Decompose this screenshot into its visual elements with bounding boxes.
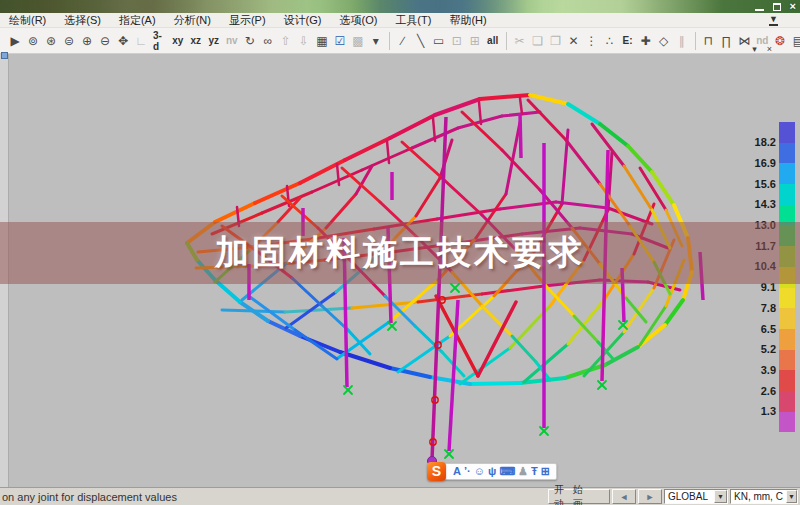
toolbar-separator xyxy=(695,32,696,50)
snap-icon[interactable]: ⊞ xyxy=(467,31,483,51)
paste-icon[interactable]: ❐ xyxy=(548,31,564,51)
toolbar-separator xyxy=(506,32,507,50)
viewport-collapse-icon[interactable]: ▾ xyxy=(752,44,757,54)
next-step-button[interactable]: ► xyxy=(638,489,662,504)
title-bar: × xyxy=(0,0,800,13)
draw-frame-icon[interactable]: ⊓ xyxy=(700,31,716,51)
joint-pattern-icon[interactable]: ∴ xyxy=(602,31,618,51)
overlay-banner: 加固材料施工技术要求 xyxy=(0,222,800,284)
units-select[interactable]: KN, mm, C ▼ xyxy=(730,489,798,504)
move-up-icon[interactable]: ⇧ xyxy=(278,31,294,51)
view-3d-button[interactable]: 3-d xyxy=(151,31,168,51)
stairs-icon[interactable]: ▤ xyxy=(790,31,800,51)
menu-design[interactable]: 设计(G) xyxy=(275,13,331,28)
legend-color-segment xyxy=(779,350,795,371)
child-window-icon xyxy=(1,52,8,59)
legend-value-label: 5.2 xyxy=(742,343,776,355)
input-method-bar: S A’·☺ψ⌨♟Ŧ⊞ xyxy=(427,461,557,482)
views-dropdown-icon[interactable]: ▾ xyxy=(368,31,384,51)
special-joint-icon[interactable]: ❂ xyxy=(772,31,788,51)
punctuation-icon[interactable]: ’· xyxy=(464,464,471,479)
menu-display[interactable]: 显示(P) xyxy=(220,13,275,28)
menu-assign[interactable]: 指定(A) xyxy=(110,13,165,28)
legend-color-segment xyxy=(779,370,795,391)
toolbox-icon[interactable]: ⊞ xyxy=(541,464,550,479)
perspective-icon[interactable]: ∞ xyxy=(260,31,276,51)
emoji-icon[interactable]: ☺ xyxy=(474,464,485,479)
zoom-extents-icon[interactable]: ⊛ xyxy=(43,31,59,51)
menu-options[interactable]: 选项(O) xyxy=(330,13,386,28)
legend-value-label: 18.2 xyxy=(742,136,776,148)
close-button[interactable]: × xyxy=(790,1,796,12)
set-limits-icon[interactable]: ▦ xyxy=(314,31,330,51)
view-xy-button[interactable]: xy xyxy=(170,31,186,51)
zoom-in-icon[interactable]: ⊕ xyxy=(79,31,95,51)
import-arrow-icon[interactable]: ▼ xyxy=(769,15,778,26)
menu-analyze[interactable]: 分析(N) xyxy=(165,13,220,28)
legend-color-segment xyxy=(779,288,795,309)
move-down-icon[interactable]: ⇩ xyxy=(296,31,312,51)
legend-color-segment xyxy=(779,143,795,164)
view-nv-button[interactable]: nv xyxy=(224,31,240,51)
viewport-close-icon[interactable]: × xyxy=(767,44,772,54)
reshape-icon[interactable]: ⊡ xyxy=(449,31,465,51)
legend-color-segment xyxy=(779,308,795,329)
english-toggle-icon[interactable]: A xyxy=(453,464,461,479)
prev-step-button[interactable]: ◄ xyxy=(612,489,636,504)
coord-system-select[interactable]: GLOBAL ▼ xyxy=(664,489,728,504)
legend-color-segment xyxy=(779,329,795,350)
axes-icon[interactable]: ∟ xyxy=(133,31,149,51)
coord-dropdown-icon[interactable]: ▼ xyxy=(714,490,727,503)
sogou-logo-icon[interactable]: S xyxy=(427,462,446,481)
legend-color-segment xyxy=(779,412,795,433)
start-animation-button[interactable]: 开 始 动 画 xyxy=(548,489,610,504)
draw-portal-icon[interactable]: ∏ xyxy=(718,31,734,51)
parallel-icon[interactable]: ∥ xyxy=(674,31,690,51)
menu-select[interactable]: 选择(S) xyxy=(55,13,110,28)
view-yz-button[interactable]: yz xyxy=(206,31,222,51)
area-icon[interactable]: ◇ xyxy=(656,31,672,51)
draw-brace-icon[interactable]: ⋈ xyxy=(736,31,752,51)
status-message: on any joint for displacement values xyxy=(2,491,177,503)
menu-tools[interactable]: 工具(T) xyxy=(386,13,440,28)
menu-draw[interactable]: 绘制(R) xyxy=(0,13,55,28)
account-icon[interactable]: ♟ xyxy=(518,464,528,479)
run-animation-icon[interactable]: ▶ xyxy=(7,31,23,51)
soft-keyboard-icon[interactable]: ⌨ xyxy=(499,464,515,479)
legend-value-label: 14.3 xyxy=(742,198,776,210)
menu-help[interactable]: 帮助(H) xyxy=(440,13,495,28)
legend-value-label: 15.6 xyxy=(742,178,776,190)
skin-icon[interactable]: Ŧ xyxy=(531,464,538,479)
legend-value-label: 2.6 xyxy=(742,385,776,397)
edit-grid-button[interactable]: E: xyxy=(620,31,636,51)
select-window-icon[interactable]: ▭ xyxy=(431,31,447,51)
select-line-icon[interactable]: ╲ xyxy=(413,31,429,51)
maximize-button[interactable] xyxy=(773,3,781,11)
voice-input-icon[interactable]: ψ xyxy=(488,464,496,479)
dimension-lines-icon[interactable]: ⋮ xyxy=(584,31,600,51)
zoom-out-icon[interactable]: ⊖ xyxy=(97,31,113,51)
view-xz-button[interactable]: xz xyxy=(188,31,204,51)
minimize-button[interactable] xyxy=(755,3,764,11)
object-visibility-icon[interactable]: ☑ xyxy=(332,31,348,51)
legend-color-segment xyxy=(779,163,795,184)
select-all-button[interactable]: all xyxy=(485,31,501,51)
display-options-icon[interactable]: ▩ xyxy=(350,31,366,51)
menu-bar: 绘制(R)选择(S)指定(A)分析(N)显示(P)设计(G)选项(O)工具(T)… xyxy=(0,13,800,28)
toolbar-separator xyxy=(389,32,390,50)
select-pointer-icon[interactable]: ∕ xyxy=(395,31,411,51)
legend-value-label: 7.8 xyxy=(742,302,776,314)
units-dropdown-icon[interactable]: ▼ xyxy=(786,490,797,503)
zoom-previous-icon[interactable]: ⊜ xyxy=(61,31,77,51)
application-window: × 绘制(R)选择(S)指定(A)分析(N)显示(P)设计(G)选项(O)工具(… xyxy=(0,0,800,505)
pan-icon[interactable]: ✥ xyxy=(115,31,131,51)
legend-value-label: 6.5 xyxy=(742,323,776,335)
delete-icon[interactable]: ✕ xyxy=(566,31,582,51)
rotate-view-icon[interactable]: ↻ xyxy=(242,31,258,51)
legend-value-label: 3.9 xyxy=(742,364,776,376)
copy-icon[interactable]: ❏ xyxy=(530,31,546,51)
cut-icon[interactable]: ✂ xyxy=(512,31,528,51)
legend-value-label: 16.9 xyxy=(742,157,776,169)
zoom-window-icon[interactable]: ⊚ xyxy=(25,31,41,51)
move-icon[interactable]: ✚ xyxy=(638,31,654,51)
